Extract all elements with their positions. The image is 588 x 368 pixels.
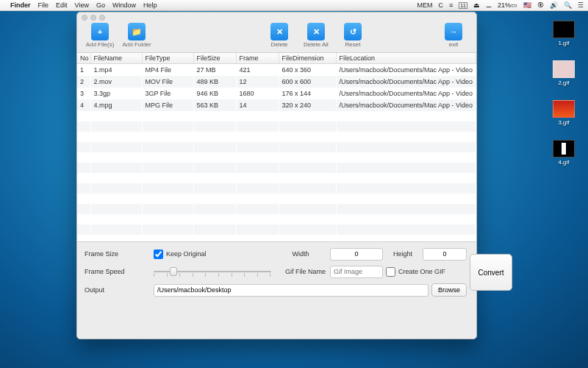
spotlight-icon[interactable]: 🔍 xyxy=(564,1,572,9)
height-input[interactable] xyxy=(423,248,467,261)
volume-icon[interactable]: 🔊 xyxy=(550,1,558,9)
add-files-button[interactable]: +Add File(s) xyxy=(83,23,117,48)
traffic-minimize-icon[interactable] xyxy=(90,15,96,21)
cell-fr xyxy=(236,121,279,132)
desktop-file-1[interactable]: 1.gif xyxy=(548,21,579,46)
cell-fn: 3.3gp xyxy=(90,88,142,99)
menu-window[interactable]: Window xyxy=(112,1,136,9)
table-row[interactable]: 33.3gp3GP File946 KB1680176 x 144/Users/… xyxy=(77,88,476,99)
btn-label: Reset xyxy=(345,41,361,48)
create-one-gif-checkbox[interactable] xyxy=(386,267,395,277)
cell-fd xyxy=(279,224,336,235)
browse-button[interactable]: Browse xyxy=(431,283,467,297)
desktop-file-2[interactable]: 2.gif xyxy=(548,60,579,86)
file-thumb-icon xyxy=(553,140,575,158)
menu-go[interactable]: Go xyxy=(96,1,105,9)
col-location[interactable]: FileLocation xyxy=(336,53,476,64)
cell-no xyxy=(77,163,90,173)
col-filetype[interactable]: FileType xyxy=(142,53,193,64)
cell-fn: 2.mov xyxy=(90,76,142,88)
cell-fl xyxy=(336,132,476,142)
menu-view[interactable]: View xyxy=(75,1,89,9)
col-filesize[interactable]: FileSize xyxy=(193,53,236,64)
delete-all-button[interactable]: ✕Delete All xyxy=(299,23,333,48)
cell-fd xyxy=(279,111,336,121)
keep-original-label: Keep Original xyxy=(166,250,207,257)
cell-fr xyxy=(236,173,279,183)
cell-fl xyxy=(336,214,476,224)
bluetooth-icon[interactable]: ⚊ xyxy=(486,1,492,9)
battery-icon: ▭ xyxy=(511,1,517,9)
keep-original-checkbox[interactable] xyxy=(154,250,163,259)
cell-ft: MOV File xyxy=(142,76,193,88)
table-row xyxy=(77,173,476,183)
traffic-zoom-icon[interactable] xyxy=(99,15,105,21)
frame-speed-slider[interactable] xyxy=(154,266,271,278)
cell-fl xyxy=(336,152,476,163)
table-row[interactable]: 22.movMOV File489 KB12600 x 600/Users/ma… xyxy=(77,76,476,88)
cell-fl: /Users/macbook/Documents/Mac App - Video xyxy=(336,88,476,99)
cell-fr xyxy=(236,163,279,173)
cell-ft: MP4 File xyxy=(142,64,193,77)
frame-size-label: Frame Size xyxy=(85,250,151,258)
refresh-icon[interactable]: C xyxy=(438,1,443,9)
col-dimension[interactable]: FileDimension xyxy=(279,53,336,64)
cell-no: 1 xyxy=(77,64,90,77)
cell-no xyxy=(77,142,90,152)
options-panel: Frame Size Keep Original Width Height Co… xyxy=(77,242,476,304)
cell-fs: 946 KB xyxy=(193,88,236,99)
menu-file[interactable]: File xyxy=(38,1,49,9)
table-row[interactable]: 11.mp4MP4 File27 MB421640 x 360/Users/ma… xyxy=(77,64,476,77)
cell-ft xyxy=(142,204,193,214)
convert-button[interactable]: Convert xyxy=(470,254,512,291)
cell-fs xyxy=(193,163,236,173)
cell-fr: 1680 xyxy=(236,88,279,99)
cell-fl xyxy=(336,142,476,152)
gif-name-input[interactable] xyxy=(330,266,383,278)
cell-fl: /Users/macbook/Documents/Mac App - Video xyxy=(336,64,476,77)
eject-icon[interactable]: ⏏ xyxy=(473,1,480,9)
btn-label: Delete All xyxy=(304,41,329,48)
width-input[interactable] xyxy=(330,248,383,261)
desktop-file-4[interactable]: 4.gif xyxy=(548,140,579,166)
table-row xyxy=(77,121,476,132)
file-label: 4.gif xyxy=(548,159,579,166)
cell-ft: MPG File xyxy=(142,99,193,111)
calendar-icon[interactable]: 11 xyxy=(459,2,467,9)
col-filename[interactable]: FileName xyxy=(90,53,142,64)
battery-percent: 21% xyxy=(498,1,511,9)
col-no[interactable]: No xyxy=(77,53,90,64)
frame-speed-label: Frame Speed xyxy=(85,268,151,275)
traffic-close-icon[interactable] xyxy=(82,15,87,21)
add-folder-button[interactable]: 📁Add Folder xyxy=(120,23,154,48)
titlebar[interactable] xyxy=(77,13,476,23)
desktop-file-3[interactable]: 3.gif xyxy=(548,100,579,126)
menu-extra-icon[interactable]: ≡ xyxy=(449,1,453,9)
battery-status[interactable]: 21% ▭ xyxy=(498,1,517,9)
wifi-icon[interactable]: ⦿ xyxy=(537,1,544,9)
cell-fs xyxy=(193,183,236,194)
col-frame[interactable]: Frame xyxy=(236,53,279,64)
cell-no xyxy=(77,132,90,142)
table-row[interactable]: 44.mpgMPG File563 KB14320 x 240/Users/ma… xyxy=(77,99,476,111)
file-table[interactable]: No FileName FileType FileSize Frame File… xyxy=(77,52,476,242)
delete-button[interactable]: ✕Delete xyxy=(262,23,296,48)
menu-app[interactable]: Finder xyxy=(10,1,31,9)
table-row xyxy=(77,152,476,163)
output-path-input[interactable] xyxy=(154,284,429,297)
create-one-gif-label: Create One GIF xyxy=(398,267,445,275)
cell-fn xyxy=(90,183,142,194)
menu-help[interactable]: Help xyxy=(143,1,157,9)
exit-button[interactable]: →exit xyxy=(437,23,470,48)
flag-icon[interactable]: 🇺🇸 xyxy=(523,1,531,9)
reset-button[interactable]: ↺Reset xyxy=(336,23,370,48)
cell-no xyxy=(77,152,90,163)
cell-fl: /Users/macbook/Documents/Mac App - Video xyxy=(336,76,476,88)
cell-ft xyxy=(142,163,193,173)
menu-edit[interactable]: Edit xyxy=(56,1,68,9)
file-thumb-icon xyxy=(553,100,575,118)
notification-center-icon[interactable]: ☰ xyxy=(578,1,584,9)
slider-knob-icon[interactable] xyxy=(170,267,177,276)
toolbar: +Add File(s) 📁Add Folder ✕Delete ✕Delete… xyxy=(77,23,476,52)
cell-ft xyxy=(142,152,193,163)
